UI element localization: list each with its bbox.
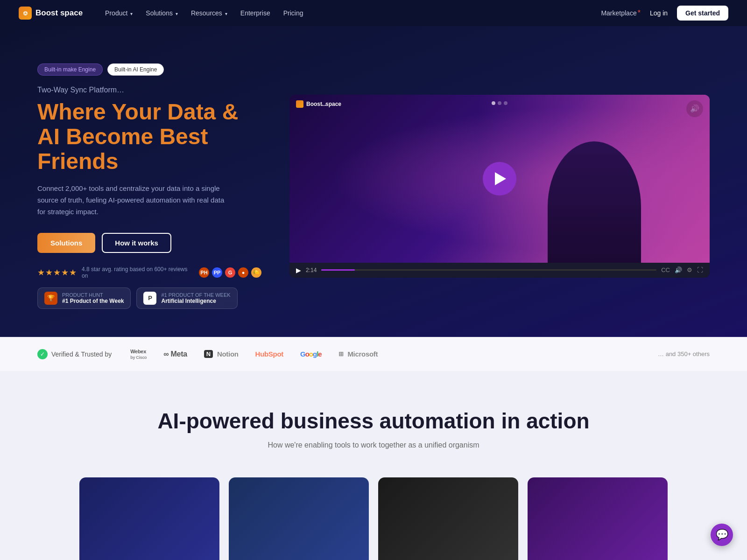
trusted-more: … and 350+ others — [658, 350, 710, 357]
producthunt-badge: PH — [199, 267, 209, 278]
product-week-badge-label: #1 PRODUCT OF THE WEEK — [161, 292, 230, 298]
video-brand-dot — [296, 100, 303, 108]
chat-bubble-button[interactable]: 💬 — [711, 524, 733, 546]
trusted-logo-meta: ∞ Meta — [163, 350, 187, 358]
hero-video: Boost⎵space 🔊 ▶ 2:14 CC 🔊 — [289, 95, 710, 278]
trusted-logo-webex: Webexby Cisco — [130, 349, 147, 360]
nav-links: Product Solutions Resources Enterprise P… — [99, 7, 601, 20]
bottom-title: AI-powered business automation in action — [37, 408, 710, 434]
get-started-button[interactable]: Get started — [677, 6, 728, 21]
marketplace-dot-icon: * — [638, 9, 641, 17]
nav-resources[interactable]: Resources — [185, 7, 233, 20]
hero-buttons: Solutions How it works — [37, 233, 261, 253]
play-icon — [495, 172, 506, 185]
card-1 — [79, 477, 219, 560]
nav-right: Marketplace* Log in Get started — [601, 6, 728, 21]
trusted-label: ✓ Verified & Trusted by — [37, 349, 112, 359]
badge4: ● — [238, 267, 248, 278]
trusted-bar: ✓ Verified & Trusted by Webexby Cisco ∞ … — [0, 337, 747, 371]
card-4 — [528, 477, 668, 560]
badge-make: Built-in make Engine — [37, 63, 103, 76]
hero-badges: Built-in make Engine Built-in AI Engine — [37, 63, 261, 76]
trusted-logo-notion: N Notion — [204, 350, 239, 358]
solutions-button[interactable]: Solutions — [37, 233, 95, 253]
bottom-subtitle: How we're enabling tools to work togethe… — [37, 441, 710, 449]
brand-logo[interactable]: ⎊ Boost space — [19, 7, 83, 20]
video-brand: Boost⎵space — [296, 100, 341, 108]
hero-section: Built-in make Engine Built-in AI Engine … — [0, 26, 747, 337]
play-button[interactable] — [483, 162, 516, 196]
settings-icon[interactable]: ⚙ — [687, 266, 692, 273]
hero-content: Built-in make Engine Built-in AI Engine … — [37, 63, 261, 309]
badge-ai: Built-in AI Engine — [107, 63, 164, 76]
nav-login[interactable]: Log in — [650, 9, 668, 17]
nav-enterprise[interactable]: Enterprise — [235, 7, 276, 20]
nav-pricing[interactable]: Pricing — [278, 7, 309, 20]
video-progress-fill — [321, 269, 355, 271]
rating-stars: ★★★★★ — [37, 267, 77, 278]
card-2 — [229, 477, 369, 560]
hero-rating: ★★★★★ 4.8 star avg. rating based on 600+… — [37, 266, 261, 279]
rating-text: 4.8 star avg. rating based on 600+ revie… — [82, 266, 194, 279]
card-3 — [378, 477, 518, 560]
bottom-section: AI-powered business automation in action… — [0, 371, 747, 560]
hero-title: Where Your Data & AI Become Best Friends — [37, 100, 261, 174]
fullscreen-icon[interactable]: ⛶ — [697, 266, 703, 273]
nav-marketplace[interactable]: Marketplace* — [601, 9, 641, 17]
product-hunt-badges: 🏆 PRODUCT HUNT #1 Product of the Week P … — [37, 287, 261, 309]
video-play-icon[interactable]: ▶ — [296, 266, 301, 274]
chevron-down-icon — [129, 9, 133, 17]
trusted-logo-hubspot: HubSpot — [255, 350, 283, 358]
trusted-logos: Webexby Cisco ∞ Meta N Notion HubSpot Go… — [130, 349, 639, 360]
producthunt2-badge: PP — [212, 267, 222, 278]
how-it-works-button[interactable]: How it works — [102, 233, 171, 253]
video-time: 2:14 — [306, 267, 317, 273]
google-badge: G — [225, 267, 235, 278]
video-progress-bar[interactable] — [321, 269, 656, 271]
brand-logo-icon: ⎊ — [19, 7, 32, 20]
volume-icon[interactable]: 🔊 — [675, 266, 682, 273]
video-thumbnail: Boost⎵space 🔊 — [289, 95, 710, 263]
hero-subtitle: Two-Way Sync Platform… — [37, 86, 261, 94]
product-hunt-badge-label: PRODUCT HUNT — [62, 292, 124, 298]
product-hunt-badge: 🏆 PRODUCT HUNT #1 Product of the Week — [37, 287, 131, 309]
video-ctrl-icons: CC 🔊 ⚙ ⛶ — [661, 266, 703, 273]
person-silhouette — [548, 141, 641, 263]
chat-icon: 💬 — [716, 529, 728, 541]
cards-row — [37, 477, 710, 560]
trusted-logo-microsoft: ⊞Microsoft — [338, 350, 378, 358]
cc-icon[interactable]: CC — [661, 266, 670, 273]
navbar: ⎊ Boost space Product Solutions Resource… — [0, 0, 747, 26]
rating-logos: PH PP G ● 🍋 — [199, 267, 261, 278]
product-week-icon: P — [143, 292, 156, 305]
badge5: 🍋 — [251, 267, 261, 278]
product-hunt-badge-title: #1 Product of the Week — [62, 298, 124, 304]
hero-description: Connect 2,000+ tools and centralize your… — [37, 183, 233, 217]
brand-name: Boost space — [35, 8, 83, 18]
chevron-down-icon — [224, 9, 227, 17]
trusted-check-icon: ✓ — [37, 349, 48, 359]
video-controls: ▶ 2:14 CC 🔊 ⚙ ⛶ — [289, 263, 710, 278]
product-week-badge: P #1 PRODUCT OF THE WEEK Artificial Inte… — [136, 287, 237, 309]
nav-solutions[interactable]: Solutions — [140, 7, 183, 20]
product-week-badge-title: Artificial Intelligence — [161, 298, 230, 304]
chevron-down-icon — [175, 9, 178, 17]
nav-product[interactable]: Product — [99, 7, 138, 20]
trusted-logo-google: Google — [300, 350, 322, 358]
product-hunt-icon: 🏆 — [44, 292, 57, 305]
